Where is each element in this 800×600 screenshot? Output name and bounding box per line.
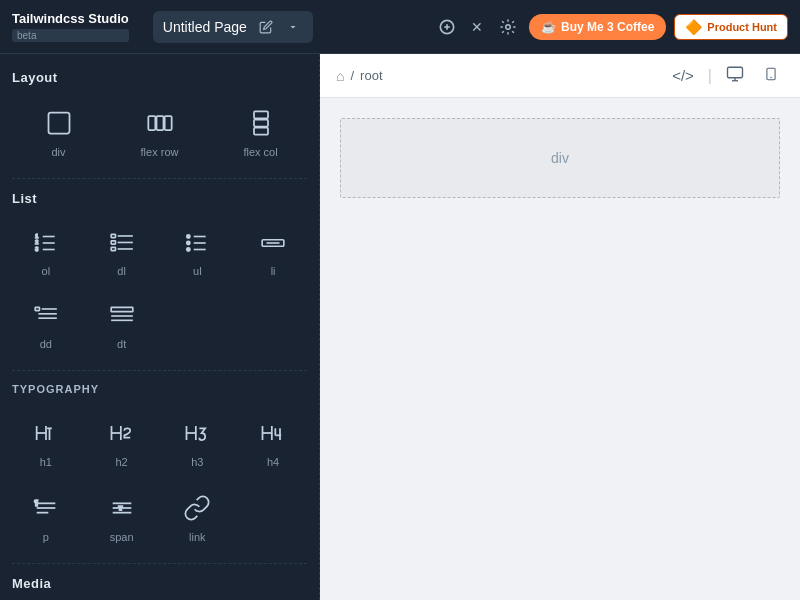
- element-h4[interactable]: h4: [239, 409, 307, 476]
- layout-grid: div flex row: [12, 99, 307, 166]
- canvas-div-block[interactable]: div: [340, 118, 780, 198]
- canvas-view-controls: </> |: [666, 62, 784, 89]
- desktop-view-button[interactable]: [720, 62, 750, 89]
- breadcrumb: ⌂ / root: [336, 68, 383, 84]
- element-h3[interactable]: h3: [164, 409, 232, 476]
- svg-rect-7: [164, 116, 171, 130]
- h4-label: h4: [267, 456, 279, 468]
- svg-rect-9: [254, 120, 268, 127]
- ul-label: ul: [193, 265, 202, 277]
- dt-icon: [109, 303, 135, 332]
- svg-text:T: T: [118, 504, 122, 511]
- flex-col-icon: [247, 109, 275, 140]
- breadcrumb-home-icon: ⌂: [336, 68, 344, 84]
- span-label: span: [110, 531, 134, 543]
- media-section-title: Media: [12, 576, 307, 591]
- svg-text:¶: ¶: [34, 499, 38, 506]
- svg-point-27: [187, 241, 190, 244]
- dl-label: dl: [117, 265, 126, 277]
- p-icon: ¶: [32, 494, 60, 525]
- coffee-icon: ☕: [541, 20, 556, 34]
- element-span[interactable]: T span: [88, 484, 156, 551]
- p-label: p: [43, 531, 49, 543]
- view-separator: |: [708, 67, 712, 85]
- link-icon: [183, 494, 211, 525]
- svg-point-3: [506, 24, 511, 29]
- svg-point-28: [187, 248, 190, 251]
- element-dt[interactable]: dt: [88, 293, 156, 358]
- dt-label: dt: [117, 338, 126, 350]
- canvas-div-label: div: [551, 150, 569, 166]
- list-section-title: List: [12, 191, 307, 206]
- page-title-area[interactable]: Untitled Page: [153, 11, 313, 43]
- add-element-button[interactable]: [435, 15, 459, 39]
- element-dl[interactable]: dl: [88, 220, 156, 285]
- h1-icon: [32, 419, 60, 450]
- edit-page-button[interactable]: [255, 16, 277, 38]
- element-div[interactable]: div: [12, 99, 105, 166]
- mobile-view-button[interactable]: [758, 62, 784, 89]
- li-icon: [260, 230, 286, 259]
- dd-icon: [33, 303, 59, 332]
- page-title: Untitled Page: [163, 19, 247, 35]
- element-dd[interactable]: dd: [12, 293, 80, 358]
- canvas-area: ⌂ / root </> |: [320, 54, 800, 600]
- svg-rect-21: [111, 247, 115, 250]
- breadcrumb-root: root: [360, 68, 382, 83]
- list-divider: [12, 370, 307, 371]
- topbar: Tailwindcss Studio beta Untitled Page: [0, 0, 800, 54]
- element-h1[interactable]: h1: [12, 409, 80, 476]
- svg-rect-19: [111, 241, 115, 244]
- product-hunt-button[interactable]: 🔶 Product Hunt: [674, 14, 788, 40]
- beta-badge: beta: [12, 29, 129, 42]
- div-icon: [45, 109, 73, 140]
- li-label: li: [271, 265, 276, 277]
- element-h2[interactable]: h2: [88, 409, 156, 476]
- typography-section-title: TYPOGRAPHY: [12, 383, 307, 395]
- typography-grid: h1 h2 h3: [12, 409, 307, 551]
- layout-section-title: Layout: [12, 70, 307, 85]
- h2-label: h2: [116, 456, 128, 468]
- h1-label: h1: [40, 456, 52, 468]
- app-title: Tailwindcss Studio: [12, 11, 129, 27]
- ol-label: ol: [42, 265, 51, 277]
- h3-icon: [183, 419, 211, 450]
- element-li[interactable]: li: [239, 220, 307, 285]
- logo-area: Tailwindcss Studio beta: [12, 11, 129, 42]
- svg-rect-5: [148, 116, 155, 130]
- link-label: link: [189, 531, 206, 543]
- close-icon-button[interactable]: ✕: [467, 15, 487, 39]
- svg-rect-35: [111, 307, 133, 311]
- svg-rect-31: [35, 307, 39, 310]
- layout-divider: [12, 178, 307, 179]
- element-p[interactable]: ¶ p: [12, 484, 80, 551]
- svg-text:3: 3: [35, 246, 38, 252]
- svg-rect-63: [728, 67, 743, 78]
- product-hunt-label: Product Hunt: [707, 21, 777, 33]
- ul-icon: [184, 230, 210, 259]
- flex-row-icon: [146, 109, 174, 140]
- buy-coffee-button[interactable]: ☕ Buy Me 3 Coffee: [529, 14, 666, 40]
- element-flex-row[interactable]: flex row: [113, 99, 206, 166]
- element-link[interactable]: link: [164, 484, 232, 551]
- sidebar: Layout div flex row: [0, 54, 320, 600]
- page-dropdown-button[interactable]: [283, 17, 303, 37]
- dd-label: dd: [40, 338, 52, 350]
- plugin-button[interactable]: [495, 14, 521, 40]
- h3-label: h3: [191, 456, 203, 468]
- code-view-button[interactable]: </>: [666, 64, 700, 87]
- element-ol[interactable]: 1 2 3 ol: [12, 220, 80, 285]
- h2-icon: [108, 419, 136, 450]
- svg-rect-4: [48, 113, 69, 134]
- flex-row-label: flex row: [141, 146, 179, 158]
- svg-rect-8: [254, 111, 268, 118]
- svg-rect-17: [111, 234, 115, 237]
- buy-coffee-label: Buy Me 3 Coffee: [561, 20, 654, 34]
- canvas-toolbar: ⌂ / root </> |: [320, 54, 800, 98]
- element-ul[interactable]: ul: [164, 220, 232, 285]
- svg-point-26: [187, 235, 190, 238]
- element-flex-col[interactable]: flex col: [214, 99, 307, 166]
- dl-icon: [109, 230, 135, 259]
- typography-divider: [12, 563, 307, 564]
- code-icon: </>: [672, 67, 694, 84]
